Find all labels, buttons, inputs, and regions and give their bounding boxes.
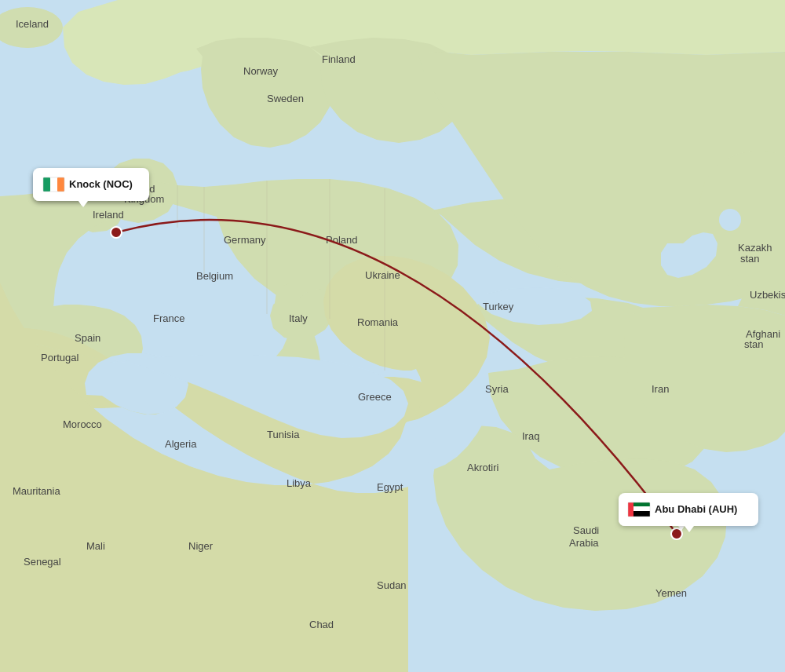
svg-rect-35 <box>628 502 633 517</box>
label-saudi2: Arabia <box>569 537 599 549</box>
label-tunisia: Tunisia <box>267 429 300 440</box>
label-libya: Libya <box>287 477 312 489</box>
label-senegal: Senegal <box>24 556 61 568</box>
label-france: France <box>153 312 184 324</box>
label-iran: Iran <box>652 383 669 395</box>
label-spain: Spain <box>75 332 100 344</box>
label-chad: Chad <box>309 619 334 630</box>
svg-rect-30 <box>57 177 64 192</box>
label-belgium: Belgium <box>196 270 233 282</box>
label-sudan: Sudan <box>377 579 407 591</box>
label-finland: Finland <box>322 53 356 65</box>
label-mauritania: Mauritania <box>13 485 60 497</box>
label-niger: Niger <box>188 540 214 552</box>
label-sweden: Sweden <box>267 93 304 104</box>
label-portugal: Portugal <box>41 352 79 363</box>
label-kazakhstan: Kazakh <box>738 242 772 254</box>
label-greece: Greece <box>358 391 392 403</box>
label-yemen: Yemen <box>655 587 687 599</box>
svg-rect-28 <box>43 177 50 192</box>
label-romania: Romania <box>357 316 399 328</box>
label-turkey: Turkey <box>483 301 514 312</box>
map-container: Iceland Norway Finland Sweden United Kin… <box>0 0 785 672</box>
label-afghanistan2: stan <box>744 338 764 350</box>
dest-airport-dot <box>671 528 682 539</box>
label-egypt: Egypt <box>377 481 403 493</box>
label-ireland: Ireland <box>93 209 124 221</box>
label-mali: Mali <box>86 540 105 552</box>
label-kazakhstan2: stan <box>740 253 760 265</box>
label-iraq: Iraq <box>522 430 539 442</box>
label-iceland: Iceland <box>16 18 49 30</box>
label-uzbekistan: Uzbekistan <box>750 289 785 301</box>
label-algeria: Algeria <box>165 438 197 450</box>
svg-rect-29 <box>50 177 57 192</box>
label-ukraine: Ukraine <box>365 269 400 281</box>
label-saudi: Saudi <box>573 524 599 536</box>
label-italy: Italy <box>289 312 308 324</box>
label-syria: Syria <box>485 383 509 395</box>
origin-airport-dot <box>111 227 122 238</box>
world-map <box>0 0 785 672</box>
label-norway: Norway <box>243 65 279 77</box>
svg-point-4 <box>719 209 741 231</box>
label-akrotiri: Akrotiri <box>467 462 499 473</box>
label-morocco: Morocco <box>63 418 102 430</box>
knock-tooltip-text: Knock (NOC) <box>69 178 133 190</box>
abudhabi-tooltip-text: Abu Dhabi (AUH) <box>655 503 737 515</box>
map-svg: Iceland Norway Finland Sweden United Kin… <box>0 0 785 672</box>
label-germany: Germany <box>224 234 266 246</box>
